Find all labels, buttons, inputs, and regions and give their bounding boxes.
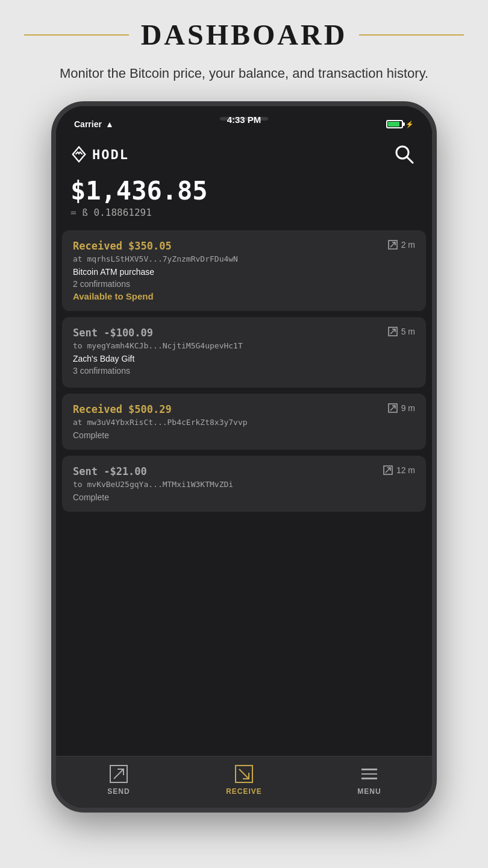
transaction-card-3[interactable]: Received $500.29 9 m at mw3uV4YbxRisCt..… — [62, 394, 426, 450]
balance-btc: = ß 0.18861291 — [70, 207, 418, 218]
svg-line-2 — [407, 157, 413, 163]
tx-amount-1: Received $350.05 — [73, 240, 172, 252]
tx-time-2: 5 m — [388, 327, 415, 336]
tx-amount-2: Sent -$100.09 — [73, 327, 153, 339]
svg-line-10 — [386, 468, 390, 473]
battery-bolt-icon: ⚡ — [405, 121, 414, 128]
battery-fill — [388, 122, 399, 127]
tx-label-2: Zach's Bday Gift — [73, 354, 415, 363]
bottom-nav: SEND RECEIVE — [56, 756, 432, 808]
send-label: SEND — [107, 787, 130, 796]
search-icon — [393, 143, 415, 165]
carrier-text: Carrier — [74, 119, 102, 129]
tx-time-value-1: 2 m — [401, 240, 415, 250]
header-line-right — [359, 34, 464, 36]
wifi-icon: ▲ — [105, 119, 114, 129]
page-subtitle: Monitor the Bitcoin price, your balance,… — [11, 57, 477, 101]
send-icon — [109, 764, 128, 784]
tx-status-4: Complete — [73, 492, 415, 502]
app-header: HODL — [56, 135, 432, 171]
battery-indicator: ⚡ — [386, 120, 414, 128]
tx-address-2: to myegYamh4KCJb...NcjtiM5G4upevHc1T — [73, 341, 415, 350]
balance-section: $1,436.85 = ß 0.18861291 — [56, 171, 432, 230]
tx-sent-icon-4 — [383, 465, 393, 475]
tx-status-1: Available to Spend — [73, 291, 415, 301]
menu-line-3 — [361, 778, 377, 779]
nav-receive[interactable]: RECEIVE — [181, 764, 307, 796]
search-button[interactable] — [391, 141, 418, 168]
tx-time-3: 9 m — [388, 403, 415, 413]
balance-equals: = — [70, 207, 77, 218]
svg-line-8 — [390, 406, 395, 410]
app-content: HODL $1,436.85 = ß 0.18861291 Receive — [56, 135, 432, 808]
tx-header-2: Sent -$100.09 5 m — [73, 327, 415, 339]
tx-received-icon-3 — [388, 403, 398, 413]
hodl-logo: HODL — [70, 146, 129, 163]
battery-icon — [386, 120, 403, 128]
svg-line-14 — [239, 769, 249, 779]
status-bar: Carrier ▲ 4:33 PM ⚡ — [56, 106, 432, 135]
tx-address-4: to mvKvBeU25gqYa...MTMxi1W3KTMvZDi — [73, 480, 415, 489]
page-header: DASHBOARD — [0, 0, 488, 57]
app-name: HODL — [92, 147, 129, 162]
tx-time-value-4: 12 m — [396, 465, 415, 475]
nav-menu[interactable]: MENU — [307, 764, 432, 796]
receive-nav-icon — [234, 764, 254, 784]
header-line-left — [24, 34, 129, 36]
menu-nav-icon — [359, 764, 380, 784]
transactions-list: Received $350.05 2 m at mqrhsLStHXV5V...… — [56, 230, 432, 756]
carrier-wifi: Carrier ▲ — [74, 119, 114, 129]
tx-address-3: at mw3uV4YbxRisCt...Pb4cErkZt8x3y7vvp — [73, 418, 415, 427]
tx-confirmations-1: 2 confirmations — [73, 279, 415, 289]
page-title: DASHBOARD — [141, 18, 348, 51]
tx-status-3: Complete — [73, 430, 415, 440]
tx-header-4: Sent -$21.00 12 m — [73, 465, 415, 477]
nav-send[interactable]: SEND — [56, 764, 181, 796]
tx-header-3: Received $500.29 9 m — [73, 403, 415, 415]
tx-amount-4: Sent -$21.00 — [73, 465, 147, 477]
tx-time-4: 12 m — [383, 465, 415, 475]
receive-label: RECEIVE — [226, 787, 262, 796]
transaction-card-1[interactable]: Received $350.05 2 m at mqrhsLStHXV5V...… — [62, 230, 426, 311]
send-nav-icon — [108, 764, 129, 784]
tx-header-1: Received $350.05 2 m — [73, 240, 415, 252]
balance-usd: $1,436.85 — [70, 176, 418, 206]
tx-time-1: 2 m — [388, 240, 415, 250]
phone-frame: Carrier ▲ 4:33 PM ⚡ HODL — [51, 101, 437, 813]
status-time: 4:33 PM — [227, 115, 261, 125]
tx-address-1: at mqrhsLStHXV5V...7yZnzmRvDrFDu4wN — [73, 254, 415, 263]
tx-time-value-3: 9 m — [401, 403, 415, 413]
tx-received-icon-1 — [388, 240, 398, 250]
tx-confirmations-2: 3 confirmations — [73, 366, 415, 376]
transaction-card-2[interactable]: Sent -$100.09 5 m to myegYamh4KCJb...Ncj… — [62, 317, 426, 388]
menu-icon — [361, 769, 377, 779]
menu-line-2 — [361, 773, 377, 775]
receive-icon — [234, 764, 254, 784]
tx-time-value-2: 5 m — [401, 327, 415, 336]
svg-line-6 — [390, 329, 395, 334]
transaction-card-4[interactable]: Sent -$21.00 12 m to mvKvBeU25gqYa...MTM… — [62, 456, 426, 512]
tx-label-1: Bitcoin ATM purchase — [73, 267, 415, 277]
menu-label: MENU — [357, 787, 381, 796]
svg-line-4 — [390, 242, 395, 247]
tx-sent-icon-2 — [388, 327, 398, 336]
balance-btc-value: ß 0.18861291 — [82, 207, 152, 218]
tx-amount-3: Received $500.29 — [73, 403, 172, 415]
menu-line-1 — [361, 769, 377, 770]
svg-line-12 — [114, 769, 124, 779]
hodl-diamond-icon — [70, 146, 87, 163]
